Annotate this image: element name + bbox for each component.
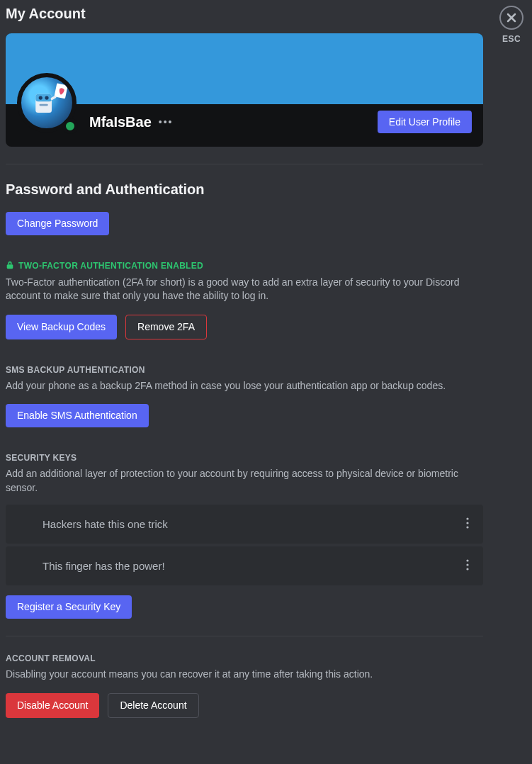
more-vertical-icon [466,517,469,529]
svg-rect-4 [40,104,48,106]
svg-rect-1 [35,94,52,102]
edit-user-profile-button[interactable]: Edit User Profile [378,111,472,134]
svg-point-10 [466,527,468,529]
disable-account-button[interactable]: Disable Account [6,693,99,718]
security-keys-header: SECURITY KEYS [6,453,483,463]
security-keys-description: Add an additional layer of protection to… [6,467,483,495]
enable-sms-auth-button[interactable]: Enable SMS Authentication [6,404,149,427]
username: MfaIsBae [89,114,152,130]
svg-point-12 [466,564,468,566]
close-button[interactable] [499,6,523,30]
change-password-button[interactable]: Change Password [6,212,109,235]
svg-point-2 [39,96,43,99]
more-options-icon[interactable]: ••• [159,116,174,128]
security-key-name: Hackers hate this one trick [43,518,168,530]
more-vertical-icon [466,559,469,571]
account-removal-description: Disabling your account means you can rec… [6,668,483,682]
lock-icon [6,261,14,271]
esc-label: ESC [502,34,521,44]
account-removal-header: ACCOUNT REMOVAL [6,653,483,663]
sms-backup-header: SMS BACKUP AUTHENTICATION [6,365,483,375]
security-key-name: This finger has the power! [43,560,165,572]
svg-point-9 [466,522,468,524]
security-key-more-button[interactable] [463,556,472,575]
sms-backup-description: Add your phone as a backup 2FA method in… [6,379,483,393]
close-icon [506,12,517,23]
divider [6,636,483,636]
svg-point-11 [466,560,468,562]
twofa-enabled-header: TWO-FACTOR AUTHENTICATION ENABLED [6,261,483,271]
divider [6,164,483,164]
twofa-header-text: TWO-FACTOR AUTHENTICATION ENABLED [18,261,203,271]
delete-account-button[interactable]: Delete Account [108,693,198,718]
password-auth-title: Password and Authentication [6,181,483,198]
security-key-item: Hackers hate this one trick [6,505,483,544]
svg-point-13 [466,568,468,571]
remove-2fa-button[interactable]: Remove 2FA [125,315,207,339]
svg-point-3 [45,96,48,99]
page-title: My Account [6,6,483,22]
twofa-description: Two-Factor authentication (2FA for short… [6,276,483,303]
profile-card: MfaIsBae ••• Edit User Profile [6,33,483,147]
svg-point-8 [466,518,468,520]
svg-rect-7 [7,264,13,269]
security-key-more-button[interactable] [463,515,472,534]
register-security-key-button[interactable]: Register a Security Key [6,595,132,619]
avatar[interactable] [17,73,79,135]
security-key-item: This finger has the power! [6,546,483,585]
view-backup-codes-button[interactable]: View Backup Codes [6,315,117,339]
status-indicator [62,118,78,134]
